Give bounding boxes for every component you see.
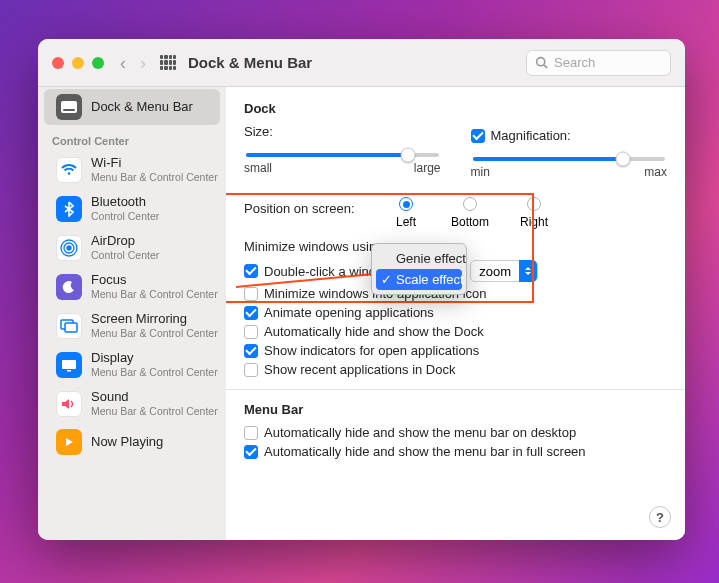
chevron-updown-icon — [519, 260, 537, 282]
minimize-label: Minimize windows using — [244, 239, 383, 254]
position-radio-bottom[interactable] — [463, 197, 477, 211]
magnification-slider[interactable] — [473, 157, 666, 161]
menu-option-genie[interactable]: Genie effect — [376, 248, 462, 269]
search-placeholder: Search — [554, 55, 595, 70]
zoom-button[interactable] — [92, 57, 104, 69]
minimize-button[interactable] — [72, 57, 84, 69]
sidebar-header-controlcenter: Control Center — [38, 127, 226, 149]
help-button[interactable]: ? — [649, 506, 671, 528]
size-slider[interactable] — [246, 153, 439, 157]
titlebar: ‹ › Dock & Menu Bar Search — [38, 39, 685, 87]
svg-point-0 — [537, 58, 545, 66]
screen-mirroring-icon — [56, 313, 82, 339]
wifi-icon — [56, 157, 82, 183]
search-icon — [535, 56, 548, 69]
autohide-dock-checkbox[interactable] — [244, 325, 258, 339]
magnification-label: Magnification: — [491, 128, 571, 143]
animate-checkbox[interactable] — [244, 306, 258, 320]
window-controls — [52, 57, 104, 69]
section-title-menubar: Menu Bar — [244, 402, 667, 417]
position-radio-right[interactable] — [527, 197, 541, 211]
main-panel: Dock Size: smalllarge Magnification: — [226, 87, 685, 540]
sidebar[interactable]: Dock & Menu Bar Control Center Wi-FiMenu… — [38, 87, 226, 540]
dock-icon — [56, 94, 82, 120]
airdrop-icon — [56, 235, 82, 261]
size-label: Size: — [244, 124, 273, 139]
sidebar-item-display[interactable]: DisplayMenu Bar & Control Center — [44, 346, 220, 383]
close-button[interactable] — [52, 57, 64, 69]
nav-buttons: ‹ › — [120, 54, 146, 72]
position-radio-left[interactable] — [399, 197, 413, 211]
now-playing-icon — [56, 429, 82, 455]
window-title: Dock & Menu Bar — [188, 54, 312, 71]
search-field[interactable]: Search — [526, 50, 671, 76]
section-title-dock: Dock — [244, 101, 667, 116]
svg-rect-10 — [62, 360, 76, 369]
preferences-window: ‹ › Dock & Menu Bar Search Dock & Menu B… — [38, 39, 685, 540]
recent-apps-checkbox[interactable] — [244, 363, 258, 377]
doubleclick-select[interactable]: zoom — [470, 260, 538, 282]
bluetooth-icon — [56, 196, 82, 222]
indicators-checkbox[interactable] — [244, 344, 258, 358]
menu-option-scale[interactable]: Scale effect — [376, 269, 462, 290]
svg-rect-3 — [63, 109, 75, 111]
svg-rect-2 — [61, 101, 77, 113]
sound-icon — [56, 391, 82, 417]
sidebar-item-dock-menubar[interactable]: Dock & Menu Bar — [44, 89, 220, 125]
focus-icon — [56, 274, 82, 300]
svg-line-1 — [544, 65, 547, 68]
svg-point-5 — [67, 246, 71, 250]
sidebar-item-screenmirroring[interactable]: Screen MirroringMenu Bar & Control Cente… — [44, 307, 220, 344]
autohide-menubar-fullscreen-checkbox[interactable] — [244, 445, 258, 459]
display-icon — [56, 352, 82, 378]
svg-rect-9 — [65, 323, 77, 332]
sidebar-item-airdrop[interactable]: AirDropControl Center — [44, 229, 220, 266]
sidebar-item-nowplaying[interactable]: Now Playing — [44, 424, 220, 460]
autohide-menubar-desktop-checkbox[interactable] — [244, 426, 258, 440]
sidebar-item-bluetooth[interactable]: BluetoothControl Center — [44, 190, 220, 227]
magnification-checkbox[interactable] — [471, 129, 485, 143]
sidebar-item-sound[interactable]: SoundMenu Bar & Control Center — [44, 385, 220, 422]
position-label: Position on screen: — [244, 197, 374, 216]
sidebar-item-wifi[interactable]: Wi-FiMenu Bar & Control Center — [44, 151, 220, 188]
forward-button[interactable]: › — [140, 54, 146, 72]
show-all-button[interactable] — [160, 55, 176, 71]
svg-rect-11 — [67, 370, 71, 372]
svg-point-4 — [68, 172, 71, 175]
back-button[interactable]: ‹ — [120, 54, 126, 72]
minimize-effect-menu[interactable]: Genie effect Scale effect — [371, 243, 467, 295]
sidebar-item-focus[interactable]: FocusMenu Bar & Control Center — [44, 268, 220, 305]
